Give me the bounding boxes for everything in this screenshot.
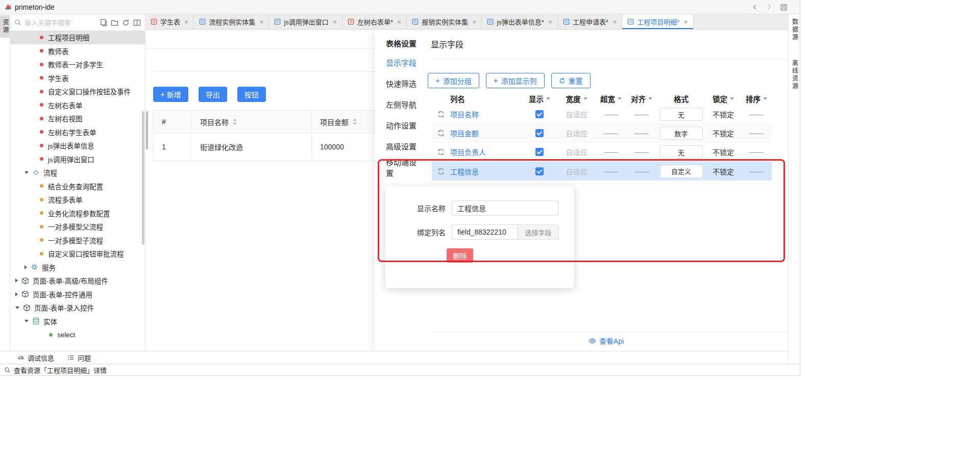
tree-item[interactable]: 流程多表单 <box>10 193 145 207</box>
editor-tab[interactable]: 工程申请表*× <box>558 14 622 29</box>
delete-button[interactable]: 删除 <box>447 248 473 263</box>
tree-item[interactable]: 教师表一对多学生 <box>10 58 145 71</box>
sync-icon[interactable] <box>437 167 445 175</box>
sync-icon[interactable] <box>437 129 445 137</box>
chevron-right-icon[interactable] <box>15 292 18 296</box>
tree-node-page-controls[interactable]: 页面-表单-控件通用 <box>10 288 145 301</box>
close-icon[interactable]: × <box>548 18 552 26</box>
tree-node-entity[interactable]: 实体 <box>10 315 145 328</box>
editor-tab-active[interactable]: 工程项目明细*× <box>622 14 693 29</box>
menu-item-advanced[interactable]: 高级设置 <box>375 136 424 157</box>
bind-column-input[interactable] <box>452 224 518 240</box>
tree-item[interactable]: 教师表 <box>10 44 145 58</box>
format-button[interactable]: 无 <box>660 145 703 159</box>
menu-item-left-nav[interactable]: 左侧导航 <box>375 94 424 115</box>
editor-tab[interactable]: js调用弹出窗口× <box>269 14 342 29</box>
tree-item[interactable]: 工程项目明细 <box>10 31 145 44</box>
header-lock-dropdown[interactable]: 锁定 <box>705 93 741 104</box>
tree-item[interactable]: 自定义窗口操作按钮及事件 <box>10 85 145 98</box>
tree-item[interactable]: 左树右视图 <box>10 112 145 125</box>
visible-checkbox[interactable] <box>535 148 544 156</box>
editor-tab[interactable]: 流程实例实体集× <box>194 14 269 29</box>
split-panel-icon[interactable] <box>133 19 141 27</box>
folder-icon[interactable] <box>111 19 118 27</box>
close-icon[interactable]: × <box>333 18 337 26</box>
menu-item-display-fields[interactable]: 显示字段 <box>375 52 424 73</box>
sort-icons[interactable] <box>233 118 237 125</box>
field-name-link[interactable]: 项目负责人 <box>450 148 486 157</box>
column-header-name[interactable]: 项目名称 <box>192 111 312 133</box>
menu-item-mobile[interactable]: 移动端设置 <box>375 157 424 177</box>
editor-tab[interactable]: js弹出表单信息*× <box>482 14 558 29</box>
tree-item[interactable]: 业务化流程参数配置 <box>10 207 145 220</box>
select-field-button[interactable]: 选择字段 <box>518 224 559 240</box>
header-sort-dropdown[interactable]: 排序 <box>741 93 772 104</box>
view-api-link[interactable]: 查看Api <box>599 336 624 346</box>
field-name-link[interactable]: 项目名称 <box>450 111 479 119</box>
tree-item[interactable]: 一对多模型父流程 <box>10 220 145 234</box>
close-icon[interactable]: × <box>397 18 401 26</box>
refresh-icon[interactable] <box>122 19 130 27</box>
header-overwide-dropdown[interactable]: 超宽 <box>596 93 626 104</box>
copy-pages-icon[interactable] <box>100 19 107 27</box>
add-button[interactable]: 新增 <box>153 87 188 102</box>
visible-checkbox[interactable] <box>535 129 544 137</box>
custom-button[interactable]: 按钮 <box>237 87 266 102</box>
tree-item[interactable]: js弹出表单信息 <box>10 139 145 152</box>
sort-icons[interactable] <box>353 118 357 125</box>
format-button[interactable]: 自定义 <box>660 165 703 178</box>
field-name-link[interactable]: 项目金额 <box>450 130 479 138</box>
tree-scrollbar[interactable] <box>142 111 144 245</box>
tree-item[interactable]: js调用弹出窗口 <box>10 152 145 166</box>
nav-forward-icon[interactable] <box>766 4 773 11</box>
nav-back-icon[interactable] <box>751 4 758 11</box>
chevron-right-icon[interactable] <box>15 278 18 283</box>
format-button[interactable]: 无 <box>660 108 703 121</box>
add-display-column-button[interactable]: 添加显示列 <box>486 73 545 88</box>
resources-rail-tab[interactable]: 资源 <box>0 15 10 38</box>
tree-item[interactable]: 左树右学生表单 <box>10 125 145 139</box>
tree-item[interactable]: 一对多模型子流程 <box>10 234 145 247</box>
menu-item-actions[interactable]: 动作设置 <box>375 115 424 136</box>
close-icon[interactable]: × <box>184 18 188 26</box>
chevron-right-icon[interactable] <box>24 265 27 269</box>
offline-resources-rail-tab[interactable]: 离线资源 <box>790 60 799 90</box>
tree-node-page-input[interactable]: 页面-表单-录入控件 <box>10 301 145 315</box>
chevron-down-icon[interactable] <box>24 320 29 322</box>
tree-item[interactable]: select <box>10 328 145 342</box>
close-icon[interactable]: × <box>612 18 617 26</box>
reset-button[interactable]: 重置 <box>551 73 591 88</box>
tree-item[interactable]: 左树右表单 <box>10 98 145 112</box>
problems-tab[interactable]: 问题 <box>67 353 91 363</box>
tree-node-services[interactable]: 服务 <box>10 261 145 274</box>
search-input[interactable] <box>24 19 96 27</box>
datasource-rail-tab[interactable]: 数据源 <box>790 18 799 41</box>
tree-node-flow[interactable]: 流程 <box>10 166 145 180</box>
display-name-input[interactable] <box>452 200 559 216</box>
close-icon[interactable]: × <box>472 18 476 26</box>
header-show-dropdown[interactable]: 显示 <box>522 93 557 104</box>
header-width-dropdown[interactable]: 宽度 <box>557 93 596 104</box>
editor-tab[interactable]: 报销实例实体集× <box>407 14 482 29</box>
chevron-down-icon[interactable] <box>24 171 29 174</box>
add-group-button[interactable]: 添加分组 <box>428 73 479 88</box>
visible-checkbox[interactable] <box>535 110 544 118</box>
content-scrollbar[interactable] <box>146 111 148 149</box>
tree-node-page-advanced[interactable]: 页面-表单-高级/布局组件 <box>10 274 145 288</box>
editor-tab[interactable]: 学生表× <box>145 14 194 29</box>
close-icon[interactable]: × <box>259 18 263 26</box>
format-button[interactable]: 数字 <box>660 126 703 140</box>
save-icon[interactable] <box>780 4 788 11</box>
tree-item[interactable]: 结合业务查询配置 <box>10 180 145 193</box>
sync-icon[interactable] <box>437 110 445 118</box>
menu-item-quick-filter[interactable]: 快速筛选 <box>375 73 424 94</box>
editor-tab[interactable]: 左树右表单*× <box>342 14 407 29</box>
export-button[interactable]: 导出 <box>199 87 227 102</box>
tree-item[interactable]: 学生表 <box>10 71 145 85</box>
field-name-link[interactable]: 工程信息 <box>450 168 479 176</box>
chevron-down-icon[interactable] <box>15 306 19 309</box>
header-align-dropdown[interactable]: 对齐 <box>626 93 657 104</box>
close-icon[interactable]: × <box>683 18 688 26</box>
tree-item[interactable]: 自定义窗口按钮审批流程 <box>10 247 145 261</box>
sync-icon[interactable] <box>437 148 445 156</box>
